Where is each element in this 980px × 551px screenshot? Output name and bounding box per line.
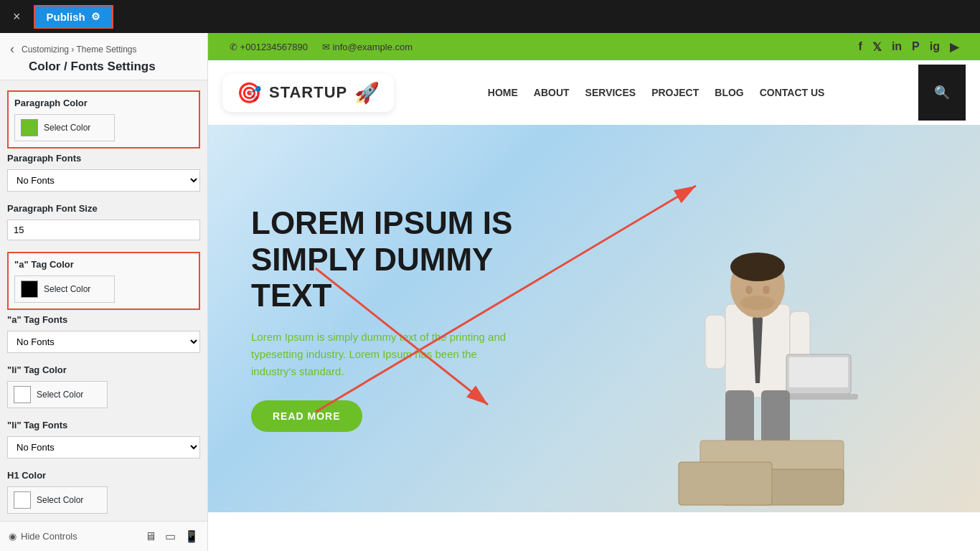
instagram-icon[interactable]: ig <box>930 40 940 53</box>
logo-area: 🎯 STARTUP 🚀 <box>222 74 394 112</box>
facebook-icon[interactable]: f <box>859 40 862 53</box>
a-tag-color-swatch <box>21 281 38 298</box>
h1-color-label: H1 Color <box>7 470 200 481</box>
device-icons: 🖥 ▭ 📱 <box>145 529 199 543</box>
businessman-svg <box>614 161 915 512</box>
hero-title: LOREM IPSUM IS SIMPLY DUMMY TEXT <box>251 205 524 314</box>
paragraph-color-select-label: Select Color <box>44 123 90 133</box>
h1-color-selector[interactable]: Select Color <box>7 486 108 514</box>
logo-text: STARTUP <box>269 83 347 102</box>
tablet-icon: ▭ <box>165 530 176 542</box>
nav-services[interactable]: SERVICES <box>585 87 636 98</box>
li-tag-fonts-label: "li" Tag Fonts <box>7 420 200 430</box>
sidebar-footer: ◉ Hide Controls 🖥 ▭ 📱 <box>0 521 207 551</box>
nav-project[interactable]: PROJECT <box>651 87 699 98</box>
hero-section: LOREM IPSUM IS SIMPLY DUMMY TEXT Lorem I… <box>208 125 980 512</box>
mobile-icon: 📱 <box>184 530 199 542</box>
paragraph-font-size-label: Paragraph Font Size <box>7 203 200 214</box>
hero-image <box>593 154 937 512</box>
paragraph-font-size-section: Paragraph Font Size <box>7 203 200 240</box>
svg-rect-6 <box>789 357 848 387</box>
svg-point-15 <box>745 286 753 294</box>
sidebar-header: ‹ Customizing › Theme Settings Color / F… <box>0 33 207 80</box>
close-button[interactable]: × <box>7 6 27 27</box>
page-title: Color / Fonts Settings <box>10 60 197 74</box>
a-tag-fonts-label: "a" Tag Fonts <box>7 314 200 325</box>
nav-about[interactable]: ABOUT <box>534 87 570 98</box>
linkedin-icon[interactable]: in <box>892 40 902 53</box>
nav-blog[interactable]: BLOG <box>715 87 743 98</box>
li-tag-color-selector[interactable]: Select Color <box>7 381 108 408</box>
paragraph-color-label: Paragraph Color <box>14 98 193 108</box>
tablet-view-button[interactable]: ▭ <box>165 529 176 543</box>
mobile-view-button[interactable]: 📱 <box>184 529 199 543</box>
preview-inner: ✆ +001234567890 ✉ info@example.com f 𝕏 i… <box>208 33 980 551</box>
paragraph-color-section: Paragraph Color Select Color <box>7 90 200 149</box>
svg-rect-7 <box>779 394 858 400</box>
paragraph-color-selector[interactable]: Select Color <box>14 114 115 141</box>
sidebar: ‹ Customizing › Theme Settings Color / F… <box>0 33 208 551</box>
h1-color-swatch <box>14 491 31 509</box>
desktop-icon: 🖥 <box>145 530 156 542</box>
nav-contact[interactable]: CONTACT US <box>760 87 825 98</box>
a-tag-color-label: "a" Tag Color <box>14 259 193 270</box>
desktop-view-button[interactable]: 🖥 <box>145 529 156 543</box>
svg-rect-18 <box>705 315 725 369</box>
a-tag-color-section: "a" Tag Color Select Color <box>7 252 200 310</box>
twitter-icon[interactable]: 𝕏 <box>872 40 882 54</box>
rocket-icon: 🚀 <box>354 81 380 105</box>
li-tag-color-label: "li" Tag Color <box>7 364 200 375</box>
paragraph-font-size-input[interactable] <box>7 220 200 240</box>
svg-rect-14 <box>679 462 772 505</box>
website-navbar: 🎯 STARTUP 🚀 HOME ABOUT SERVICES PROJECT … <box>208 60 980 125</box>
a-tag-fonts-section: "a" Tag Fonts No Fonts <box>7 314 200 353</box>
publish-button[interactable]: Publish ⚙ <box>34 5 113 29</box>
breadcrumb: ‹ Customizing › Theme Settings <box>10 42 197 57</box>
paragraph-fonts-section: Paragraph Fonts No Fonts <box>7 153 200 192</box>
paragraph-fonts-label: Paragraph Fonts <box>7 153 200 164</box>
hide-controls-label: Hide Controls <box>21 531 77 542</box>
social-icons: f 𝕏 in P ig ▶ <box>859 40 958 54</box>
email-address: ✉ info@example.com <box>322 42 413 52</box>
li-tag-fonts-section: "li" Tag Fonts No Fonts <box>7 420 200 458</box>
pinterest-icon[interactable]: P <box>912 40 920 53</box>
li-tag-color-select-label: Select Color <box>37 390 83 400</box>
website-topbar-left: ✆ +001234567890 ✉ info@example.com <box>230 42 413 52</box>
search-button[interactable]: 🔍 <box>918 65 966 121</box>
read-more-button[interactable]: READ MORE <box>251 400 362 432</box>
search-icon: 🔍 <box>934 85 950 100</box>
svg-point-3 <box>730 253 785 281</box>
a-tag-color-select-label: Select Color <box>44 284 90 294</box>
svg-point-16 <box>763 286 770 294</box>
sidebar-scroll: Paragraph Color Select Color Paragraph F… <box>0 80 207 521</box>
publish-label: Publish <box>47 11 85 23</box>
h1-color-select-label: Select Color <box>37 495 83 505</box>
preview-area: ✆ +001234567890 ✉ info@example.com f 𝕏 i… <box>208 33 980 551</box>
paragraph-fonts-select[interactable]: No Fonts <box>7 169 200 192</box>
a-tag-fonts-select[interactable]: No Fonts <box>7 331 200 353</box>
paragraph-color-swatch <box>21 119 38 136</box>
li-tag-fonts-select[interactable]: No Fonts <box>7 436 200 458</box>
hero-subtitle: Lorem Ipsum is simply dummy text of the … <box>251 329 524 380</box>
a-tag-color-selector[interactable]: Select Color <box>14 276 115 303</box>
svg-point-17 <box>740 296 775 310</box>
top-bar-left: × Publish ⚙ <box>7 5 113 29</box>
back-button[interactable]: ‹ <box>10 42 14 57</box>
logo-icon: 🎯 <box>237 81 262 105</box>
hide-controls-button[interactable]: ◉ Hide Controls <box>9 531 77 542</box>
main-area: ‹ Customizing › Theme Settings Color / F… <box>0 33 980 551</box>
youtube-icon[interactable]: ▶ <box>950 40 958 54</box>
hide-controls-icon: ◉ <box>9 531 17 542</box>
nav-home[interactable]: HOME <box>488 87 518 98</box>
li-tag-color-swatch <box>14 386 31 403</box>
h1-color-section: H1 Color Select Color <box>7 470 200 514</box>
hero-content: LOREM IPSUM IS SIMPLY DUMMY TEXT Lorem I… <box>208 176 567 461</box>
gear-icon: ⚙ <box>91 11 100 22</box>
nav-links: HOME ABOUT SERVICES PROJECT BLOG CONTACT… <box>488 87 825 98</box>
top-bar: × Publish ⚙ <box>0 0 980 33</box>
website-topbar: ✆ +001234567890 ✉ info@example.com f 𝕏 i… <box>208 33 980 60</box>
li-tag-color-section: "li" Tag Color Select Color <box>7 364 200 408</box>
phone-number: ✆ +001234567890 <box>230 42 308 52</box>
